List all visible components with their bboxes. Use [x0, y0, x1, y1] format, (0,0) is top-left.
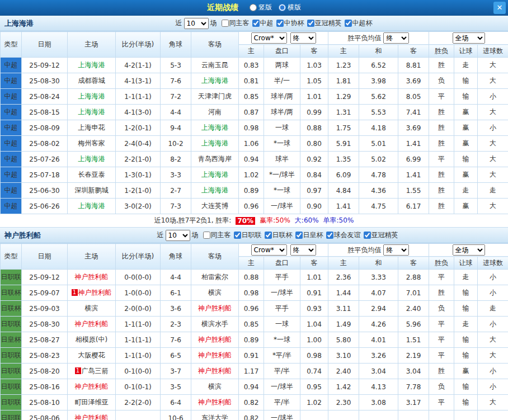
home-team-cell[interactable]: 1神户胜利船 — [68, 285, 116, 301]
score-cell[interactable]: 1-1(1-1) — [116, 89, 161, 105]
score-cell[interactable]: 1-3(0-1) — [116, 167, 161, 183]
filter-option[interactable]: 日联杯 — [265, 230, 293, 240]
wdl-period-select[interactable]: 终 — [383, 244, 409, 256]
score-cell[interactable]: 1-1(1-0) — [116, 317, 161, 332]
bookmaker-select[interactable]: Crow* — [251, 244, 287, 256]
wdl-period-select[interactable]: 终 — [383, 32, 409, 44]
away-team-cell[interactable]: 神户胜利船 — [191, 395, 239, 410]
away-team-cell[interactable]: 上海海港 — [191, 120, 239, 136]
score-cell[interactable]: 2-2(1-0) — [116, 152, 161, 167]
away-team-cell[interactable]: 神户胜利船 — [191, 348, 239, 364]
score-cell[interactable]: 3-0(2-0) — [116, 199, 161, 214]
home-team-cell[interactable]: 神户胜利船 — [68, 410, 116, 420]
score-cell[interactable]: 0-0(0-0) — [116, 270, 161, 285]
match-count-select[interactable]: 10 — [184, 18, 209, 29]
score-cell[interactable]: 4-1(3-1) — [116, 73, 161, 89]
score-cell[interactable]: 2-2(2-0) — [116, 395, 161, 410]
scope-select[interactable]: 全场 — [453, 244, 485, 256]
away-team-cell[interactable]: 横滨 — [191, 285, 239, 301]
score-cell[interactable]: 1-1(1-1) — [116, 332, 161, 348]
odds-period-select[interactable]: 终 — [290, 32, 316, 44]
layout-option-vertical[interactable]: 竖版 — [250, 3, 272, 12]
away-team-cell[interactable]: 河南 — [191, 105, 239, 120]
away-team-cell[interactable]: 云南玉昆 — [191, 58, 239, 73]
away-team-cell[interactable]: 上海海港 — [191, 167, 239, 183]
filter-checkbox[interactable] — [234, 232, 241, 239]
filter-option[interactable]: 亚冠精英 — [307, 18, 342, 28]
col-handicap: 盘口 — [264, 45, 300, 58]
layout-option-horizontal[interactable]: 横版 — [279, 3, 301, 12]
score-cell[interactable]: 1-1(1-0) — [116, 348, 161, 364]
filter-option[interactable]: 亚冠精英 — [364, 230, 398, 240]
home-team-cell[interactable]: 长春亚泰 — [68, 167, 116, 183]
away-team-cell[interactable]: 横滨 — [191, 379, 239, 395]
home-team-cell[interactable]: 成都蓉城 — [68, 73, 116, 89]
score-cell[interactable]: 1-0(0-0) — [116, 285, 161, 301]
home-team-cell[interactable]: 上海海港 — [68, 152, 116, 167]
score-cell[interactable]: 4-1(3-0) — [116, 105, 161, 120]
away-team-cell[interactable]: 横滨水手 — [191, 317, 239, 332]
score-cell[interactable]: 0-1(0-1) — [116, 379, 161, 395]
home-team-cell[interactable]: 深圳新鹏城 — [68, 183, 116, 199]
home-team-cell[interactable]: 大阪樱花 — [68, 348, 116, 364]
away-team-cell[interactable]: 大连英博 — [191, 199, 239, 214]
goals-cell — [478, 410, 508, 420]
filter-checkbox[interactable] — [326, 232, 333, 239]
score-cell[interactable]: 2-4(0-4) — [116, 136, 161, 152]
vertical-radio[interactable] — [250, 4, 257, 11]
filter-option[interactable]: 日职联 — [234, 230, 262, 240]
home-team-cell[interactable]: 神户胜利船 — [68, 317, 116, 332]
odds-period-select[interactable]: 终 — [290, 244, 316, 256]
filter-option[interactable]: 中超杯 — [345, 18, 373, 28]
away-team-cell[interactable]: 上海海港 — [191, 73, 239, 89]
home-team-cell[interactable]: 町田泽维亚 — [68, 395, 116, 410]
home-team-cell[interactable]: 上海申花 — [68, 120, 116, 136]
score-cell[interactable]: 1-2(0-1) — [116, 120, 161, 136]
away-team-cell[interactable]: 青岛西海岸 — [191, 152, 239, 167]
filter-checkbox[interactable] — [345, 20, 352, 27]
score-cell[interactable]: 2-0(0-0) — [116, 301, 161, 317]
home-team-cell[interactable]: 梅州客家 — [68, 136, 116, 152]
score-cell[interactable]: 4-2(1-1) — [116, 58, 161, 73]
filter-checkbox[interactable] — [265, 232, 272, 239]
filter-option[interactable]: 中超 — [252, 18, 274, 28]
away-team-cell[interactable]: 上海海港 — [191, 183, 239, 199]
away-team-cell[interactable]: 柏雷索尔 — [191, 270, 239, 285]
filter-option[interactable]: 日皇杯 — [295, 230, 323, 240]
home-team-cell[interactable]: 上海海港 — [68, 58, 116, 73]
filter-option[interactable]: 球会友谊 — [326, 230, 361, 240]
scope-select[interactable]: 全场 — [453, 32, 485, 44]
filter-checkbox[interactable] — [252, 20, 260, 27]
away-team-cell[interactable]: 神户胜利船 — [191, 364, 239, 379]
score-cell[interactable]: 1-2(1-0) — [116, 183, 161, 199]
horizontal-radio[interactable] — [279, 4, 286, 11]
filter-checkbox[interactable] — [203, 232, 210, 239]
close-icon[interactable]: ✕ — [493, 2, 506, 14]
home-team-cell[interactable]: 横滨 — [68, 301, 116, 317]
match-count-select[interactable]: 10 — [166, 230, 190, 241]
filter-option[interactable]: 同主客 — [222, 18, 250, 28]
away-team-cell[interactable]: 天津津门虎 — [191, 89, 239, 105]
bookmaker-select[interactable]: Crow* — [251, 32, 287, 44]
filter-checkbox[interactable] — [364, 232, 371, 239]
away-team-cell[interactable]: 东洋大学 — [191, 410, 239, 420]
home-team-cell[interactable]: 神户胜利船 — [68, 379, 116, 395]
score-cell[interactable]: 0-1(0-0) — [116, 364, 161, 379]
score-cell[interactable] — [116, 410, 161, 420]
filter-checkbox[interactable] — [295, 232, 303, 239]
filter-option[interactable]: 中协杯 — [276, 18, 304, 28]
avg-draw-odds-cell: 5.02 — [359, 152, 398, 167]
away-team-cell[interactable]: 神户胜利船 — [191, 301, 239, 317]
away-team-cell[interactable]: 神户胜利船 — [191, 332, 239, 348]
home-team-cell[interactable]: 上海海港 — [68, 89, 116, 105]
home-team-cell[interactable]: 1广岛三箭 — [68, 364, 116, 379]
filter-checkbox[interactable] — [307, 20, 314, 27]
home-team-cell[interactable]: 上海海港 — [68, 199, 116, 214]
home-team-cell[interactable]: 相模原(中) — [68, 332, 116, 348]
home-team-cell[interactable]: 上海海港 — [68, 105, 116, 120]
filter-option[interactable]: 同主客 — [203, 230, 231, 240]
away-team-cell[interactable]: 上海海港 — [191, 136, 239, 152]
filter-checkbox[interactable] — [222, 20, 229, 27]
filter-checkbox[interactable] — [276, 20, 284, 27]
home-team-cell[interactable]: 神户胜利船 — [68, 270, 116, 285]
